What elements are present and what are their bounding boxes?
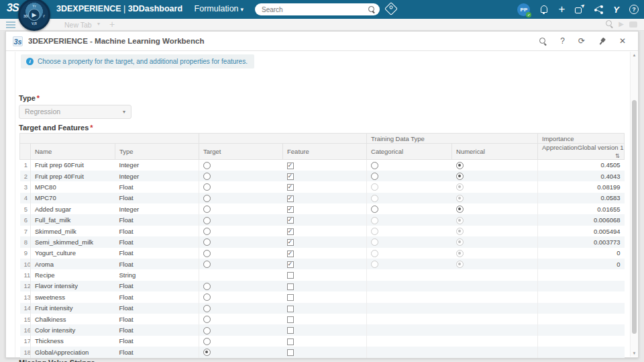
numerical-radio[interactable] bbox=[456, 162, 464, 169]
feature-checkbox[interactable] bbox=[287, 217, 294, 224]
help-icon[interactable]: ? bbox=[629, 5, 639, 14]
share-network-icon[interactable] bbox=[594, 5, 603, 14]
target-radio[interactable] bbox=[203, 250, 211, 257]
top-navigation-bar: 3S 3DEXPERIENCE | 3DDashboard Formulatio… bbox=[0, 0, 644, 19]
3dswym-icon[interactable]: Y bbox=[613, 5, 619, 14]
feature-checkbox[interactable] bbox=[287, 283, 294, 290]
feature-checkbox[interactable] bbox=[287, 327, 294, 334]
target-radio[interactable] bbox=[203, 338, 211, 345]
target-radio[interactable] bbox=[203, 173, 211, 180]
target-features-label: Target and Features* bbox=[19, 124, 93, 132]
feature-checkbox[interactable] bbox=[287, 163, 294, 169]
categorical-radio[interactable] bbox=[371, 162, 378, 169]
tab-media-icon[interactable]: ▶ bbox=[619, 20, 624, 28]
numcol-cell bbox=[452, 347, 538, 357]
feature-checkbox[interactable] bbox=[287, 338, 294, 345]
target-radio[interactable] bbox=[203, 293, 211, 301]
feature-checkbox[interactable] bbox=[287, 316, 294, 323]
dialog-close-icon[interactable]: ✕ bbox=[619, 36, 626, 46]
target-radio[interactable] bbox=[203, 183, 211, 191]
target-cell bbox=[199, 303, 283, 314]
chevron-down-icon[interactable]: ▾ bbox=[241, 6, 244, 13]
share-icon[interactable] bbox=[575, 5, 584, 13]
dialog-refresh-icon[interactable]: ⟳ bbox=[578, 36, 585, 46]
sort-icon[interactable]: ⇅ bbox=[615, 152, 620, 159]
target-radio[interactable] bbox=[203, 305, 211, 312]
feature-checkbox[interactable] bbox=[287, 173, 294, 180]
num-cell: 10 bbox=[20, 259, 31, 269]
feature-cell bbox=[283, 281, 367, 291]
dialog-search-icon[interactable] bbox=[539, 38, 547, 45]
scroll-down-icon[interactable]: ▼ bbox=[631, 351, 638, 355]
info-banner-text: Choose a property for the target, and ad… bbox=[38, 58, 248, 65]
target-radio[interactable] bbox=[203, 217, 211, 224]
name-cell: Added sugar bbox=[31, 203, 115, 214]
feature-checkbox[interactable] bbox=[287, 184, 294, 191]
target-radio[interactable] bbox=[203, 316, 211, 323]
column-header-numerical[interactable]: Numerical bbox=[452, 144, 538, 160]
target-radio[interactable] bbox=[203, 283, 211, 290]
feature-checkbox[interactable] bbox=[287, 349, 294, 356]
add-content-icon[interactable]: + bbox=[558, 3, 565, 15]
dashboard-tab-bar: New Tab ▾ + ▶ bbox=[0, 19, 644, 31]
search-input[interactable] bbox=[262, 6, 368, 13]
feature-checkbox[interactable] bbox=[287, 272, 294, 279]
column-header-categorical[interactable]: Categorical bbox=[367, 144, 452, 160]
cat-cell bbox=[367, 193, 452, 203]
feature-checkbox[interactable] bbox=[287, 261, 294, 268]
dialog-help-icon[interactable]: ? bbox=[560, 36, 565, 46]
table-row: 3MPC80Float0.08199 bbox=[20, 181, 625, 192]
categorical-radio[interactable] bbox=[371, 206, 378, 213]
numerical-radio[interactable] bbox=[456, 173, 464, 180]
column-header-feature[interactable]: Feature bbox=[283, 144, 367, 160]
imp-cell bbox=[538, 281, 625, 291]
tab-new-tab[interactable]: New Tab bbox=[64, 21, 92, 29]
target-radio[interactable] bbox=[203, 228, 211, 235]
categorical-radio bbox=[371, 217, 378, 224]
target-radio[interactable] bbox=[203, 206, 211, 213]
scrollbar-thumb[interactable] bbox=[632, 100, 637, 334]
feature-checkbox[interactable] bbox=[287, 306, 294, 312]
tag-icon[interactable] bbox=[384, 2, 398, 15]
search-icon[interactable] bbox=[368, 6, 376, 13]
feature-checkbox[interactable] bbox=[287, 294, 294, 301]
target-radio[interactable] bbox=[203, 195, 211, 202]
feature-checkbox[interactable] bbox=[287, 195, 294, 202]
user-avatar[interactable]: PP ✓ bbox=[517, 3, 530, 16]
global-search[interactable] bbox=[255, 3, 380, 15]
target-radio[interactable] bbox=[203, 349, 211, 356]
target-radio[interactable] bbox=[203, 327, 211, 334]
feature-checkbox[interactable] bbox=[287, 228, 294, 235]
3dcompass-icon[interactable]: Yr 3D i' V,R ▶ bbox=[18, 0, 50, 31]
notifications-bell-icon[interactable] bbox=[540, 5, 548, 13]
feature-checkbox[interactable] bbox=[287, 206, 294, 213]
dialog-scrollbar[interactable]: ▲ ▼ bbox=[630, 52, 637, 357]
feature-checkbox[interactable] bbox=[287, 239, 294, 246]
target-radio[interactable] bbox=[203, 162, 211, 169]
type-cell: Integer bbox=[115, 160, 199, 171]
num-cell: 9 bbox=[20, 248, 31, 259]
numerical-radio bbox=[456, 183, 464, 191]
tab-search-icon[interactable] bbox=[606, 20, 613, 28]
target-radio[interactable] bbox=[203, 238, 211, 246]
scroll-up-icon[interactable]: ▲ bbox=[631, 53, 638, 57]
context-menu[interactable]: Formulation bbox=[195, 4, 239, 13]
target-radio[interactable] bbox=[203, 261, 211, 268]
column-header-index bbox=[20, 144, 31, 160]
hamburger-menu-icon[interactable] bbox=[6, 21, 15, 28]
tab-chevron-down-icon[interactable]: ▾ bbox=[97, 21, 100, 27]
dialog-pin-icon[interactable] bbox=[597, 36, 607, 46]
add-tab-icon[interactable]: + bbox=[109, 19, 115, 30]
column-header-importance-model[interactable]: AppreciationGlobal version 1 ⇅ bbox=[538, 144, 625, 160]
type-dropdown[interactable]: Regression ▾ bbox=[19, 105, 131, 119]
column-header-target[interactable]: Target bbox=[199, 144, 283, 160]
column-header-type[interactable]: Type bbox=[115, 144, 199, 160]
column-header-name[interactable]: Name bbox=[31, 144, 115, 160]
categorical-radio[interactable] bbox=[371, 173, 378, 180]
categorical-radio bbox=[371, 195, 378, 202]
numerical-radio[interactable] bbox=[456, 206, 464, 213]
status-online-icon: ✓ bbox=[526, 12, 531, 17]
feature-checkbox[interactable] bbox=[287, 251, 294, 257]
target-cell bbox=[199, 236, 283, 247]
tab-chat-icon[interactable] bbox=[629, 21, 637, 28]
